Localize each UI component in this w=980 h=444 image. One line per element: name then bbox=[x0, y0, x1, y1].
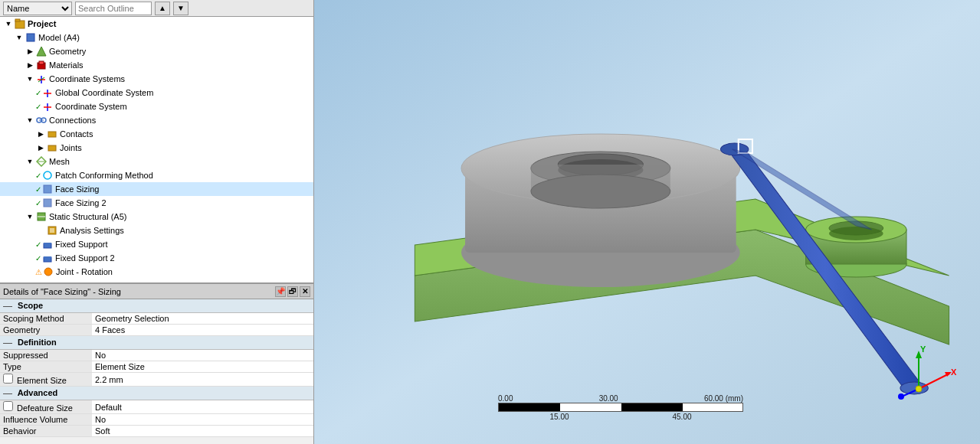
svg-rect-36 bbox=[3, 343, 12, 344]
coord-system-icon bbox=[41, 100, 54, 113]
svg-marker-3 bbox=[37, 47, 46, 56]
expand-geometry[interactable]: ▶ bbox=[25, 46, 35, 57]
influence-volume-label: Influence Volume bbox=[0, 414, 92, 426]
static-structural-label: Static Structural (A5) bbox=[49, 212, 126, 221]
fixed-support-2-check: ✓ bbox=[35, 254, 41, 263]
tree-item-analysis-settings[interactable]: ▶ Analysis Settings bbox=[0, 224, 313, 237]
global-coord-icon bbox=[41, 87, 54, 99]
scale-labels-top: 0.00 30.00 60.00 (mm) bbox=[498, 394, 743, 403]
svg-text:X: X bbox=[951, 367, 957, 377]
expand-model[interactable]: ▼ bbox=[14, 32, 25, 43]
row-geometry[interactable]: Geometry 4 Faces bbox=[0, 325, 313, 336]
tree-item-joint-rotation[interactable]: ⚠ Joint - Rotation bbox=[0, 265, 313, 279]
details-close-button[interactable]: ✕ bbox=[300, 286, 310, 297]
fixed-support-2-icon bbox=[41, 252, 54, 264]
contacts-label: Contacts bbox=[60, 129, 93, 139]
tree-item-global-coord[interactable]: ✓ Global Coordinate System bbox=[0, 86, 313, 100]
face-sizing-2-label: Face Sizing 2 bbox=[55, 198, 107, 207]
tree-item-joints[interactable]: ▶ Joints bbox=[0, 141, 313, 155]
model-icon bbox=[25, 31, 37, 44]
tree-item-project[interactable]: ▼ Project bbox=[0, 17, 313, 31]
coord-sys-icon bbox=[35, 73, 48, 85]
svg-rect-22 bbox=[44, 199, 51, 207]
face-sizing-label: Face Sizing bbox=[55, 184, 99, 194]
advanced-section-label: Advanced bbox=[18, 388, 58, 397]
tree-item-coordinate-systems[interactable]: ▼ Coordinate Systems bbox=[0, 72, 313, 86]
connections-label: Connections bbox=[49, 116, 96, 125]
patch-check: ✓ bbox=[35, 171, 41, 180]
coord-systems-label: Coordinate Systems bbox=[49, 74, 125, 83]
tree-item-face-sizing[interactable]: ✓ Face Sizing bbox=[0, 182, 313, 196]
3d-model-svg bbox=[314, 0, 980, 444]
sort-asc-button[interactable]: ▲ bbox=[155, 2, 170, 15]
details-pin-button[interactable]: 📌 bbox=[275, 286, 286, 297]
joint-rotation-icon bbox=[42, 266, 54, 278]
element-size-checkbox[interactable] bbox=[3, 374, 13, 384]
row-suppressed[interactable]: Suppressed No bbox=[0, 350, 313, 361]
type-value: Element Size bbox=[92, 361, 313, 373]
expand-coord-sys[interactable]: ▼ bbox=[25, 73, 35, 84]
expand-static-structural[interactable]: ▼ bbox=[25, 211, 35, 222]
scoping-method-value: Geometry Selection bbox=[92, 313, 313, 325]
expand-mesh[interactable]: ▼ bbox=[25, 156, 35, 167]
geometry-icon bbox=[35, 45, 48, 57]
fixed-support-2-label: Fixed Support 2 bbox=[55, 253, 115, 263]
geometry-value: 4 Faces bbox=[92, 325, 313, 336]
analysis-settings-icon bbox=[46, 224, 58, 237]
tree-item-face-sizing-2[interactable]: ✓ Face Sizing 2 bbox=[0, 196, 313, 210]
tree-item-model[interactable]: ▼ Model (A4) bbox=[0, 31, 313, 44]
expand-connections[interactable]: ▼ bbox=[25, 115, 35, 126]
details-restore-button[interactable]: 🗗 bbox=[287, 286, 298, 297]
outline-toolbar: Name ▲ ▼ bbox=[0, 0, 313, 17]
sort-desc-button[interactable]: ▼ bbox=[173, 2, 188, 15]
tree-item-static-structural[interactable]: ▼ Static Structural (A5) bbox=[0, 210, 313, 224]
fixed-support-check: ✓ bbox=[35, 240, 41, 249]
defeature-size-checkbox[interactable] bbox=[3, 401, 13, 411]
type-label: Type bbox=[0, 361, 92, 373]
suppressed-label: Suppressed bbox=[0, 350, 92, 361]
row-type[interactable]: Type Element Size bbox=[0, 361, 313, 373]
svg-point-33 bbox=[44, 268, 52, 276]
scale-0mm: 0.00 bbox=[498, 394, 513, 403]
joints-label: Joints bbox=[60, 143, 82, 152]
mesh-label: Mesh bbox=[49, 157, 70, 166]
section-scope: Scope bbox=[0, 299, 313, 313]
row-defeature-size[interactable]: Defeature Size Default bbox=[0, 400, 313, 414]
scale-15mm: 15.00 bbox=[549, 413, 569, 421]
search-input[interactable] bbox=[75, 2, 152, 15]
expand-materials[interactable]: ▶ bbox=[25, 60, 35, 70]
tree-item-fixed-support-2[interactable]: ✓ Fixed Support 2 bbox=[0, 251, 313, 265]
details-panel: Details of "Face Sizing" - Sizing 📌 🗗 ✕ … bbox=[0, 283, 313, 444]
coord-system-label: Coordinate System bbox=[55, 102, 127, 111]
tree-item-patch-conforming[interactable]: ✓ Patch Conforming Method bbox=[0, 168, 313, 182]
expand-contacts[interactable]: ▶ bbox=[35, 129, 46, 139]
row-influence-volume[interactable]: Influence Volume No bbox=[0, 414, 313, 426]
tree-item-fixed-support[interactable]: ✓ Fixed Support bbox=[0, 237, 313, 251]
svg-rect-34 bbox=[3, 306, 12, 307]
svg-text:Y: Y bbox=[920, 344, 926, 354]
scope-section-label: Scope bbox=[18, 301, 43, 310]
tree-item-mesh[interactable]: ▼ Mesh bbox=[0, 155, 313, 168]
svg-line-62 bbox=[919, 374, 949, 389]
filter-select[interactable]: Name bbox=[3, 2, 72, 15]
suppressed-value: No bbox=[92, 350, 313, 361]
expand-project[interactable]: ▼ bbox=[3, 18, 14, 29]
joint-rotation-label: Joint - Rotation bbox=[56, 267, 113, 276]
details-header-buttons: 📌 🗗 ✕ bbox=[275, 286, 310, 297]
tree-item-materials[interactable]: ▶ Materials bbox=[0, 58, 313, 72]
tree-item-coord-system[interactable]: ✓ Coordinate System bbox=[0, 100, 313, 113]
svg-rect-16 bbox=[48, 132, 56, 137]
coord-system-check: ✓ bbox=[35, 103, 41, 111]
definition-section-label: Definition bbox=[18, 338, 57, 347]
row-behavior[interactable]: Behavior Soft bbox=[0, 426, 313, 437]
svg-rect-2 bbox=[27, 34, 34, 41]
joints-icon bbox=[46, 142, 58, 154]
row-element-size[interactable]: Element Size 2.2 mm bbox=[0, 373, 313, 387]
tree-item-geometry[interactable]: ▶ Geometry bbox=[0, 44, 313, 58]
expand-joints[interactable]: ▶ bbox=[35, 142, 46, 153]
mesh-icon bbox=[35, 155, 48, 168]
svg-point-66 bbox=[898, 393, 904, 400]
tree-item-contacts[interactable]: ▶ Contacts bbox=[0, 127, 313, 141]
tree-item-connections[interactable]: ▼ Connections bbox=[0, 113, 313, 127]
row-scoping-method[interactable]: Scoping Method Geometry Selection bbox=[0, 313, 313, 325]
